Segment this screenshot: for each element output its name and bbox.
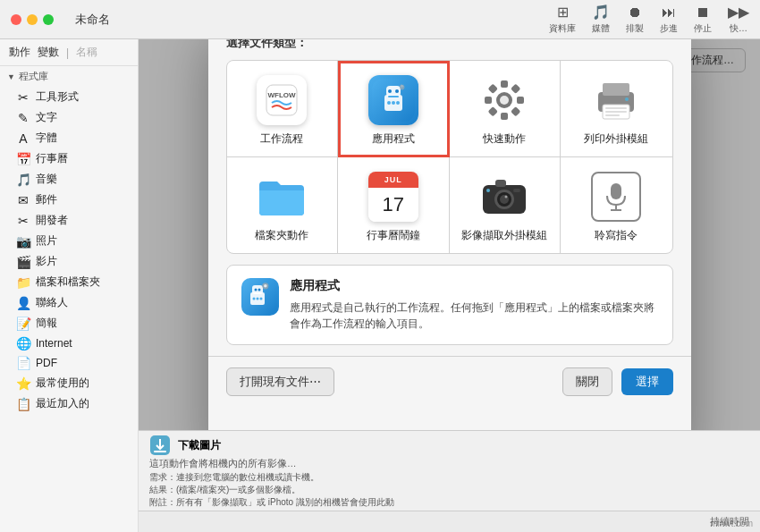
bottom-title: 下載圖片 (178, 438, 221, 453)
sidebar-item-font[interactable]: A 字體 (0, 128, 138, 148)
dialog-overlay: 選擇文件類型： WFLOW (139, 39, 760, 430)
svg-rect-16 (517, 97, 524, 104)
toolbar-stop[interactable]: ⏹ 停止 (694, 4, 712, 35)
library-icon: ⊞ (557, 4, 569, 21)
minimize-button[interactable] (27, 14, 38, 25)
action-label[interactable]: 動作 (9, 45, 30, 60)
dialog-footer: 打開現有文件⋯ 關閉 選擇 (208, 356, 691, 407)
dialog: 選擇文件類型： WFLOW (208, 39, 691, 430)
toolbar-media-label: 媒體 (592, 22, 610, 35)
icon-cell-folder[interactable]: 檔案夾動作 (227, 157, 339, 253)
sidebar-item-mail[interactable]: ✉ 郵件 (0, 190, 138, 210)
section-label: 程式庫 (19, 70, 48, 83)
icon-cell-dictation[interactable]: 聆寫指令 (561, 157, 672, 253)
sidebar-item-photo[interactable]: 📷 照片 (0, 231, 138, 251)
dialog-title: 選擇文件類型： (208, 39, 691, 60)
sidebar-font-label: 字體 (36, 131, 57, 146)
sidebar-photo-label: 照片 (36, 233, 57, 249)
sidebar-item-music[interactable]: 🎵 音樂 (0, 169, 138, 190)
folder-action-icon (257, 172, 307, 222)
sidebar-item-contacts[interactable]: 👤 聯絡人 (0, 292, 138, 313)
sidebar-item-dev[interactable]: ✂ 開發者 (0, 210, 138, 231)
sidebar: 動作 變數 | 名稱 ▼ 程式庫 ✂ 工具形式 ✎ 文字 A 字體 📅 行事曆 … (0, 39, 139, 532)
svg-point-42 (254, 288, 257, 291)
close-button[interactable] (11, 14, 21, 25)
col-headers: 持續時間 (139, 511, 760, 532)
svg-rect-34 (495, 180, 506, 187)
camera-cell-label: 影像擷取外掛模組 (461, 229, 547, 242)
toolbar-fast[interactable]: ▶▶ 快… (728, 4, 749, 35)
sidebar-item-internet[interactable]: 🌐 Internet (0, 334, 138, 353)
maximize-button[interactable] (43, 14, 54, 25)
sidebar-item-recent[interactable]: ⭐ 最常使用的 (0, 373, 138, 393)
quick-action-icon (479, 75, 529, 125)
sidebar-video-label: 影片 (36, 254, 57, 269)
app-title: 未命名 (75, 12, 110, 28)
toolbar-step-label: 步進 (660, 22, 678, 35)
svg-text:WFLOW: WFLOW (268, 91, 297, 99)
cal-day: 17 (368, 188, 418, 222)
sidebar-recent-label: 最常使用的 (36, 376, 89, 391)
icon-cell-quick-action[interactable]: 快速動作 (450, 61, 562, 157)
sidebar-item-pdf[interactable]: 📄 PDF (0, 353, 138, 373)
svg-rect-35 (513, 189, 520, 192)
toolbar-media[interactable]: 🎵 媒體 (592, 4, 610, 35)
notes-icon: 📝 (16, 317, 30, 331)
sidebar-pdf-label: PDF (36, 357, 57, 369)
toolbar-step[interactable]: ⏭ 步進 (660, 4, 678, 35)
search-label[interactable]: 名稱 (76, 45, 97, 60)
svg-rect-37 (611, 183, 621, 199)
toolbar-library[interactable]: ⊞ 資料庫 (549, 4, 576, 35)
icon-cell-print[interactable]: 列印外掛模組 (561, 61, 672, 157)
svg-rect-14 (501, 80, 508, 88)
open-existing-button[interactable]: 打開現有文件⋯ (226, 367, 334, 396)
svg-point-5 (388, 89, 392, 93)
bottom-result: 結果：(檔案/檔案夾)一或多個影像檔。 (149, 484, 749, 496)
sidebar-item-notes[interactable]: 📝 簡報 (0, 313, 138, 334)
sidebar-item-files[interactable]: 📁 檔案和檔案夾 (0, 272, 138, 292)
action-bar: 動作 變數 | 名稱 (0, 39, 138, 66)
icon-cell-workflow[interactable]: WFLOW 工作流程 (227, 61, 339, 157)
toolbar-record[interactable]: ⏺ 排製 (626, 4, 644, 35)
svg-rect-51 (154, 451, 166, 452)
toolbar-right: ⊞ 資料庫 🎵 媒體 ⏺ 排製 ⏭ 步進 ⏹ 停止 ▶▶ 快… (549, 4, 749, 35)
svg-point-43 (258, 288, 260, 291)
stop-icon: ⏹ (696, 4, 710, 21)
vars-label[interactable]: 變數 (38, 45, 59, 60)
icon-cell-app[interactable]: 應用程式 (338, 61, 450, 157)
app-icon (368, 75, 418, 125)
icon-cell-camera[interactable]: 影像擷取外掛模組 (450, 157, 562, 253)
traffic-lights (11, 14, 54, 25)
dictation-cell-label: 聆寫指令 (595, 229, 638, 242)
step-icon: ⏭ (662, 4, 676, 21)
svg-point-47 (259, 297, 262, 300)
toolbar: 未命名 ⊞ 資料庫 🎵 媒體 ⏺ 排製 ⏭ 步進 ⏹ 停止 ▶▶ 快… (0, 0, 760, 39)
watermark: minwt.com (710, 519, 753, 528)
sidebar-recent2-label: 最近加入的 (36, 396, 89, 411)
select-button[interactable]: 選擇 (621, 368, 673, 395)
content-area: 作流程… 選擇文件類型： WFLOW (139, 39, 760, 532)
icon-cell-calendar[interactable]: JUL 17 行事曆鬧鐘 (338, 157, 450, 253)
sidebar-item-video[interactable]: 🎬 影片 (0, 251, 138, 272)
close-button[interactable]: 關閉 (562, 367, 612, 396)
toolbar-library-label: 資料庫 (549, 22, 576, 35)
sidebar-music-label: 音樂 (36, 172, 57, 187)
dictation-icon (591, 172, 641, 222)
font-icon: A (16, 131, 30, 146)
pdf-icon: 📄 (16, 356, 30, 370)
sidebar-item-text[interactable]: ✎ 文字 (0, 107, 138, 128)
scissors-icon: ✂ (16, 90, 30, 105)
media-icon: 🎵 (592, 4, 610, 21)
printer-icon (591, 75, 641, 125)
sidebar-item-calendar[interactable]: 📅 行事曆 (0, 148, 138, 169)
svg-point-36 (486, 189, 490, 192)
sidebar-item-recent2[interactable]: 📋 最近加入的 (0, 393, 138, 414)
toolbar-record-label: 排製 (626, 22, 644, 35)
svg-point-45 (252, 297, 255, 300)
svg-point-8 (387, 101, 391, 105)
sidebar-item-tools[interactable]: ✂ 工具形式 (0, 87, 138, 107)
quick-action-cell-label: 快速動作 (483, 132, 526, 146)
record-icon: ⏺ (628, 4, 642, 21)
workflow-cell-label: 工作流程 (260, 132, 303, 146)
svg-rect-27 (605, 114, 620, 116)
